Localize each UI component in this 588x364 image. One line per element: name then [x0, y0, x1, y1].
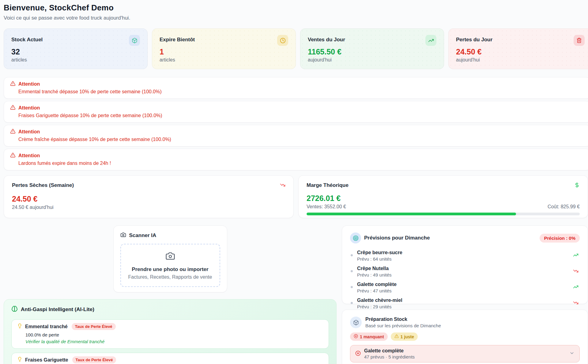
- alert-triangle-icon: [10, 81, 16, 87]
- alert-title: Attention: [18, 105, 40, 111]
- prep-row-detail: 47 prévus · 5 ingrédients: [364, 354, 415, 359]
- alert-triangle-icon: [394, 334, 399, 339]
- forecast-row[interactable]: Galette complète Prévu : 47 unités: [350, 280, 580, 295]
- alert-triangle-icon: [10, 152, 16, 159]
- item-detail: 100.0% de perte: [25, 332, 323, 337]
- badge-label: 1 juste: [401, 334, 414, 339]
- chevron-down-icon[interactable]: [569, 351, 575, 357]
- right-column: Prévisions pour Dimanche Précision : 0% …: [342, 225, 588, 364]
- stat-card-losses[interactable]: Pertes du Jour 24.50 € aujourd'hui: [448, 28, 588, 69]
- dropzone-title: Prendre une photo ou importer: [132, 266, 208, 273]
- margin-title: Marge Théorique: [307, 182, 349, 188]
- anti-gaspi-card: Anti-Gaspi Intelligent (AI-Lite) Emmenta…: [4, 299, 337, 364]
- alert-message: Emmental tranché dépasse 10% de perte ce…: [18, 89, 584, 95]
- alert-title: Attention: [18, 81, 40, 87]
- forecast-row[interactable]: Crêpe Nutella Prévu : 49 unités: [350, 264, 580, 280]
- stat-title: Stock Actuel: [11, 35, 43, 43]
- anti-gaspi-item[interactable]: Fraises Gariguette Taux de Perte Élevé 1…: [11, 353, 329, 364]
- anti-gaspi-item[interactable]: Emmental tranché Taux de Perte Élevé 100…: [11, 319, 329, 349]
- scanner-title: Scanner IA: [129, 232, 156, 239]
- camera-icon: [165, 251, 175, 262]
- target-icon: [350, 232, 361, 243]
- item-name: Emmental tranché: [25, 324, 68, 329]
- margin-cost-label: Coût: 825.99 €: [548, 204, 580, 210]
- forecast-item-qty: Prévu : 47 unités: [357, 288, 397, 293]
- loss-rate-badge: Taux de Perte Élevé: [72, 323, 116, 330]
- alert-row[interactable]: Attention Emmental tranché dépasse 10% d…: [4, 77, 588, 99]
- lightbulb-icon: [17, 357, 22, 363]
- camera-icon: [120, 232, 126, 239]
- alert-message: Lardons fumés expire dans moins de 24h !: [18, 161, 584, 166]
- page-title: Bienvenue, StockChef Demo: [4, 3, 588, 13]
- alert-message: Fraises Gariguette dépasse 10% de perte …: [18, 113, 584, 118]
- forecast-item-name: Galette chèvre-miel: [357, 298, 402, 303]
- forecast-row[interactable]: Crêpe beurre-sucre Prévu : 64 unités: [350, 248, 580, 264]
- prep-subtitle: Basé sur les prévisions de Dimanche: [365, 323, 441, 328]
- weekly-losses-value: 24.50 €: [12, 195, 285, 203]
- forecast-item-qty: Prévu : 49 unités: [357, 272, 392, 277]
- tight-count-badge: 1 juste: [391, 332, 418, 341]
- item-recommendation: Vérifier la qualité de Emmental tranché: [25, 339, 323, 344]
- alert-message: Crème fraîche épaisse dépasse 10% de per…: [18, 137, 584, 142]
- x-circle-icon: [355, 351, 361, 357]
- photo-upload-dropzone[interactable]: Prendre une photo ou importer Factures, …: [120, 244, 220, 287]
- trash-icon: [574, 35, 585, 46]
- weekly-losses-title: Pertes Sèches (Semaine): [12, 182, 74, 188]
- forecast-item-name: Crêpe Nutella: [357, 266, 392, 271]
- anti-gaspi-title: Anti-Gaspi Intelligent (AI-Lite): [21, 306, 94, 313]
- dropzone-subtitle: Factures, Recettes, Rapports de vente: [128, 274, 212, 280]
- prep-row[interactable]: Galette complète 47 prévus · 5 ingrédien…: [350, 345, 580, 362]
- lightbulb-icon: [17, 323, 22, 330]
- forecast-item-qty: Prévu : 64 unités: [357, 256, 402, 262]
- badge-label: 1 manquant: [360, 334, 384, 339]
- stat-value: 1165.50 €: [308, 47, 436, 56]
- missing-count-badge: 1 manquant: [350, 332, 388, 341]
- scanner-card: Scanner IA Prendre une photo ou importer…: [113, 225, 227, 292]
- stat-label: articles: [160, 57, 288, 63]
- forecast-item-name: Galette complète: [357, 282, 397, 287]
- stat-label: aujourd'hui: [308, 57, 436, 63]
- prep-title: Préparation Stock: [365, 317, 441, 322]
- alert-triangle-icon: [10, 128, 16, 135]
- stat-value: 1: [160, 47, 288, 56]
- alert-title: Attention: [18, 129, 40, 135]
- stat-title: Pertes du Jour: [456, 35, 492, 43]
- forecast-item-qty: Prévu : 29 unités: [357, 304, 402, 309]
- forecast-row[interactable]: Galette chèvre-miel Prévu : 29 unités: [350, 295, 580, 311]
- weekly-losses-sub: 24.50 € aujourd'hui: [12, 205, 285, 210]
- money-row: Pertes Sèches (Semaine) 24.50 € 24.50 € …: [4, 175, 588, 218]
- trending-up-icon: [573, 252, 579, 259]
- stat-label: articles: [11, 57, 140, 63]
- item-name: Fraises Gariguette: [25, 357, 68, 363]
- page-subtitle: Voici ce qui se passe avec votre food tr…: [4, 15, 588, 21]
- dashboard-page: Bienvenue, StockChef Demo Voici ce qui s…: [0, 0, 588, 364]
- margin-value: 2726.01 €: [307, 194, 580, 203]
- alert-title: Attention: [18, 153, 40, 158]
- trending-down-icon: [573, 268, 579, 275]
- alerts-list: Attention Emmental tranché dépasse 10% d…: [4, 77, 588, 170]
- alert-row[interactable]: Attention Crème fraîche épaisse dépasse …: [4, 125, 588, 147]
- stock-prep-card: Préparation Stock Basé sur les prévision…: [342, 310, 588, 364]
- alert-row[interactable]: Attention Lardons fumés expire dans moin…: [4, 149, 588, 170]
- margin-progress-fill: [307, 213, 516, 215]
- stats-row: Stock Actuel 32 articles Expire Bientôt …: [4, 28, 588, 69]
- brain-icon: [11, 306, 18, 313]
- margin-progress-track: [307, 213, 580, 215]
- alert-triangle-icon: [10, 105, 16, 111]
- stat-card-sales[interactable]: Ventes du Jour 1165.50 € aujourd'hui: [300, 28, 444, 69]
- stat-value: 24.50 €: [456, 47, 585, 56]
- left-column: Scanner IA Prendre une photo ou importer…: [4, 225, 337, 364]
- stat-card-stock[interactable]: Stock Actuel 32 articles: [4, 28, 148, 69]
- clock-icon: [277, 35, 288, 46]
- prep-row-name: Galette complète: [364, 348, 415, 354]
- trending-up-icon: [425, 35, 436, 46]
- bullet-dot-icon: [351, 302, 353, 304]
- forecast-title: Prévisions pour Dimanche: [364, 235, 430, 241]
- margin-sales-label: Ventes: 3552.00 €: [307, 204, 346, 210]
- alert-row[interactable]: Attention Fraises Gariguette dépasse 10%…: [4, 101, 588, 123]
- stat-card-expiring[interactable]: Expire Bientôt 1 articles: [152, 28, 296, 69]
- stat-title: Ventes du Jour: [308, 35, 345, 43]
- package-icon: [129, 35, 140, 46]
- weekly-losses-card: Pertes Sèches (Semaine) 24.50 € 24.50 € …: [4, 175, 294, 218]
- forecast-item-name: Crêpe beurre-sucre: [357, 250, 402, 255]
